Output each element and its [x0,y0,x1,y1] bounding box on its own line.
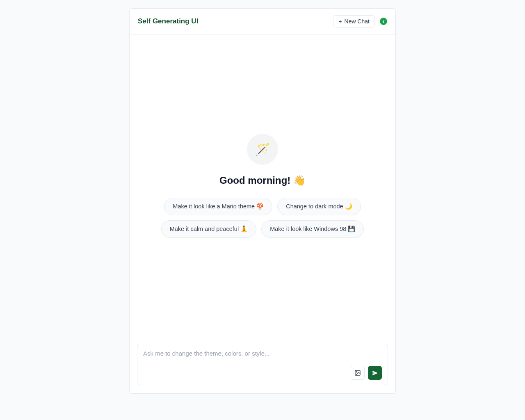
suggestion-calm-peaceful[interactable]: Make it calm and peaceful 🧘 [161,220,256,238]
send-icon [372,370,378,376]
svg-point-1 [356,372,357,372]
attach-image-button[interactable] [351,366,365,380]
wand-icon: 🪄 [255,142,270,156]
main-area: 🪄 Good morning! 👋 Make it look like a Ma… [130,34,395,337]
send-button[interactable] [368,366,382,380]
suggestion-mario-theme[interactable]: Make it look like a Mario theme 🍄 [164,198,272,215]
composer-section [130,337,395,393]
composer [137,344,388,385]
app-title: Self Generating UI [138,17,198,25]
new-chat-button[interactable]: + New Chat [333,15,375,27]
image-icon [354,370,361,376]
prompt-input[interactable] [143,350,382,357]
suggestion-list: Make it look like a Mario theme 🍄 Change… [156,198,369,238]
suggestion-dark-mode[interactable]: Change to dark mode 🌙 [277,198,361,215]
plus-icon: + [338,18,342,24]
header: Self Generating UI + New Chat i [130,9,395,34]
app-container: Self Generating UI + New Chat i 🪄 Good m… [129,8,396,394]
greeting-heading: Good morning! 👋 [219,175,306,186]
info-icon[interactable]: i [380,18,387,25]
header-actions: + New Chat i [333,15,387,27]
avatar-circle: 🪄 [247,134,278,165]
composer-actions [143,366,382,380]
new-chat-label: New Chat [345,18,370,25]
suggestion-windows-98[interactable]: Make it look like Windows 98 💾 [261,220,364,238]
